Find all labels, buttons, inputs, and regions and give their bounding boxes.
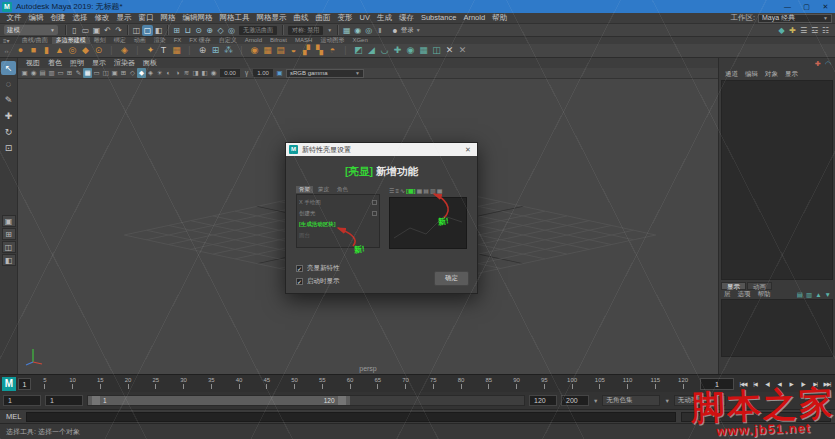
close-icon[interactable]: ✕: [462, 146, 474, 154]
timeline-tick[interactable]: 120: [669, 377, 697, 389]
undo-icon[interactable]: ↶: [102, 25, 113, 36]
shaded-icon[interactable]: ◆: [137, 68, 146, 78]
menu-item[interactable]: UV: [356, 13, 373, 23]
menu-item[interactable]: 选择: [69, 13, 91, 23]
new-layer-from-selected-icon[interactable]: ▥: [806, 291, 812, 299]
panel-menu-item[interactable]: 面板: [139, 58, 161, 68]
type-tool-icon[interactable]: T: [157, 44, 170, 57]
modeling-toolkit-icon[interactable]: ◆: [776, 25, 787, 36]
symmetrize-icon[interactable]: ◫: [430, 44, 443, 57]
panel-menu-item[interactable]: 照明: [66, 58, 88, 68]
current-frame-indicator[interactable]: 1: [18, 378, 31, 390]
go-to-start-button[interactable]: |◀◀: [737, 381, 749, 387]
rotate-tool[interactable]: ↻: [1, 125, 16, 139]
step-back-frame-button[interactable]: |◀: [749, 381, 761, 387]
animation-end-field[interactable]: 200: [561, 395, 589, 406]
shelf-tab[interactable]: 运动图形: [316, 37, 348, 44]
menu-item[interactable]: 修改: [91, 13, 113, 23]
measure-tool-icon[interactable]: ⊞: [209, 44, 222, 57]
multi-cut-icon[interactable]: ✚: [391, 44, 404, 57]
shelf-tab[interactable]: FX: [170, 37, 186, 44]
layer-editor-menu-item[interactable]: 帮助: [758, 290, 771, 299]
active-surface-field[interactable]: 无激活曲面: [239, 26, 277, 35]
menu-item[interactable]: 网格显示: [253, 13, 290, 23]
field-chart-icon[interactable]: ⊞: [119, 68, 128, 78]
menu-item[interactable]: 曲线: [290, 13, 312, 23]
timeline-tick[interactable]: 70: [392, 377, 420, 389]
shelf-tab[interactable]: 动画: [130, 37, 150, 44]
super-shape-icon[interactable]: ✦: [144, 44, 157, 57]
close-button[interactable]: ✕: [816, 0, 835, 13]
timeline-tick[interactable]: 65: [364, 377, 392, 389]
menu-item[interactable]: 帮助: [489, 13, 511, 23]
character-set-select[interactable]: 无角色集: [602, 395, 660, 406]
humanik-icon[interactable]: ✚: [787, 25, 798, 36]
collapse-edge-icon[interactable]: ✕: [456, 44, 469, 57]
move-tool[interactable]: ✚: [1, 109, 16, 123]
chevron-down-icon[interactable]: ▼: [664, 398, 669, 404]
playback-end-field[interactable]: 120: [529, 395, 557, 406]
range-bar[interactable]: 1 120: [88, 396, 350, 405]
shelf-tab[interactable]: Arnold: [241, 37, 266, 44]
channel-box-menu-item[interactable]: 显示: [785, 70, 798, 79]
svg-tool-icon[interactable]: ▦: [170, 44, 183, 57]
anim-layer-select[interactable]: 无动画层: [674, 395, 726, 406]
menu-item[interactable]: 网格工具: [216, 13, 253, 23]
shelf-tab[interactable]: MASH: [291, 37, 316, 44]
command-language-label[interactable]: MEL: [0, 412, 26, 421]
bridge-icon[interactable]: ◡: [378, 44, 391, 57]
snap-to-point-icon[interactable]: ⊙: [193, 25, 204, 36]
timeline-tick[interactable]: 90: [503, 377, 531, 389]
snap-to-view-plane-icon[interactable]: ◇: [215, 25, 226, 36]
resolution-gate-icon[interactable]: ◫: [101, 68, 110, 78]
timeline-tick[interactable]: 95: [531, 377, 559, 389]
timeline-tick[interactable]: 100: [558, 377, 586, 389]
poly-cube-icon[interactable]: ■: [27, 44, 40, 57]
select-hierarchy-icon[interactable]: ◫: [131, 25, 142, 36]
combine-icon[interactable]: ▞: [300, 44, 313, 57]
timeline-tick[interactable]: 50: [281, 377, 309, 389]
range-track[interactable]: 1 120: [87, 395, 525, 406]
shelf-scroll-icons[interactable]: ‹›: [2, 48, 11, 54]
shelf-tab[interactable]: Bifrost: [266, 37, 291, 44]
layer-editor-tab[interactable]: 显示: [721, 282, 746, 290]
minimize-button[interactable]: —: [778, 0, 797, 13]
channel-box-menu-item[interactable]: 编辑: [745, 70, 758, 79]
shelf-separator[interactable]: ❘: [183, 44, 196, 57]
use-all-lights-icon[interactable]: ☀: [155, 68, 164, 78]
poly-torus-icon[interactable]: ◎: [66, 44, 79, 57]
extrude-icon[interactable]: ◩: [352, 44, 365, 57]
camera-attributes-icon[interactable]: ▤: [38, 68, 47, 78]
shelf-tab[interactable]: 渲染: [150, 37, 170, 44]
channel-box-content[interactable]: [721, 80, 833, 280]
select-component-icon[interactable]: ◧: [153, 25, 164, 36]
timeline-tick[interactable]: 60: [336, 377, 364, 389]
menu-item[interactable]: 编辑: [25, 13, 47, 23]
timeline-tick[interactable]: 10: [59, 377, 87, 389]
timeline-tick[interactable]: 80: [447, 377, 475, 389]
new-scene-icon[interactable]: ▯: [69, 25, 80, 36]
play-backwards-button[interactable]: ◀: [773, 381, 785, 387]
sculpt-tool-icon[interactable]: ◉: [248, 44, 261, 57]
timeline-tick[interactable]: 5: [31, 377, 59, 389]
bevel-icon[interactable]: ◢: [365, 44, 378, 57]
shelf-separator[interactable]: ❘: [339, 44, 352, 57]
shelf-tab[interactable]: 曲线/曲面: [18, 37, 52, 44]
timeline-tick[interactable]: 55: [309, 377, 337, 389]
channel-box-menu-item[interactable]: 通道: [725, 70, 738, 79]
layer-editor-menu-item[interactable]: 层: [724, 290, 731, 299]
chevron-down-icon[interactable]: ▼: [327, 27, 332, 33]
menu-item[interactable]: 显示: [113, 13, 135, 23]
poly-cylinder-icon[interactable]: ▮: [40, 44, 53, 57]
poly-plane-icon[interactable]: ◆: [79, 44, 92, 57]
film-gate-icon[interactable]: ▭: [92, 68, 101, 78]
platonic-solid-icon[interactable]: ◈: [118, 44, 131, 57]
poly-disc-icon[interactable]: ⊙: [92, 44, 105, 57]
isolate-select-icon[interactable]: ◨: [191, 68, 200, 78]
construction-aim-icon[interactable]: ⊕: [196, 44, 209, 57]
layout-single-pane[interactable]: ▣: [2, 215, 16, 227]
bookmarks-icon[interactable]: ▥: [47, 68, 56, 78]
shelf-separator[interactable]: ❘: [105, 44, 118, 57]
workspace-select[interactable]: Maya 经典 ▼: [758, 14, 832, 23]
grid-toggle-icon[interactable]: ▦: [83, 68, 92, 78]
